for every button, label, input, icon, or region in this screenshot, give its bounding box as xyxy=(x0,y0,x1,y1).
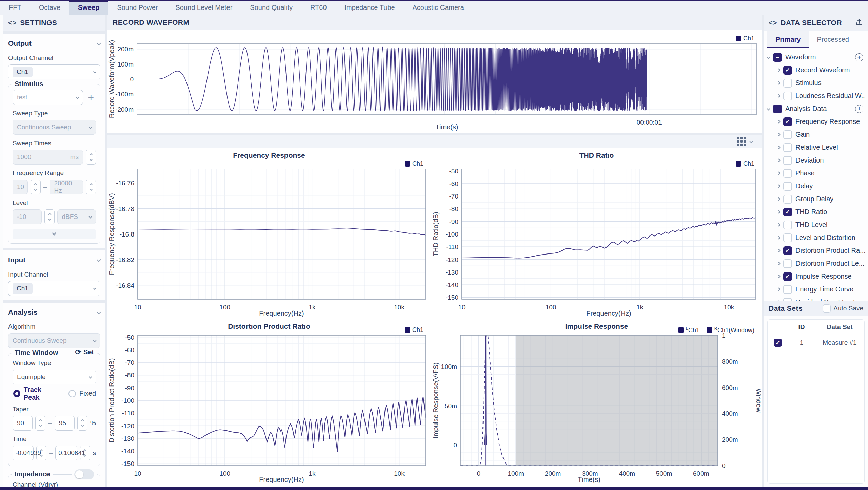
distortion-product-ratio-chart[interactable]: -50-60-70-80-90-100-110-120-130-140-1501… xyxy=(107,319,431,487)
level-unit-select[interactable]: dBFS xyxy=(57,209,96,224)
freq-min-stepper[interactable] xyxy=(31,180,41,194)
auto-save-checkbox[interactable] xyxy=(823,304,831,313)
tree-item-energy-time-curve[interactable]: Energy Time Curve xyxy=(767,283,865,296)
thd-ratio-chart[interactable]: -50-60-70-80-90-100-110-120-130-140-1501… xyxy=(431,148,762,319)
window-type-select[interactable]: Equiripple xyxy=(13,370,96,384)
item-checkbox[interactable] xyxy=(783,259,792,268)
level-stepper[interactable] xyxy=(44,209,55,224)
tree-item-distortion-product-le-[interactable]: Distortion Product Le... xyxy=(767,257,865,270)
track-peak-radio[interactable]: Track Peak xyxy=(13,386,55,401)
item-checkbox[interactable] xyxy=(783,169,792,178)
item-checkbox[interactable] xyxy=(783,195,792,204)
level-input[interactable]: -10 xyxy=(13,209,42,224)
tree-item-thd-level[interactable]: THD Level xyxy=(767,219,865,231)
tab-acoustic-camera[interactable]: Acoustic Camera xyxy=(404,1,473,15)
tree-item-deviation[interactable]: Deviation xyxy=(767,154,865,167)
tab-sound-level-meter[interactable]: Sound Level Meter xyxy=(166,1,241,15)
sweep-type-select[interactable]: Continuous Sweep xyxy=(13,120,96,135)
tab-sound-quality[interactable]: Sound Quality xyxy=(241,1,301,15)
item-checkbox[interactable] xyxy=(783,182,792,191)
add-stimulus-button[interactable]: + xyxy=(86,92,96,102)
time-max-input[interactable]: 0.100641 xyxy=(55,446,77,460)
item-checkbox[interactable] xyxy=(783,92,792,100)
tree-item-stimulus[interactable]: Stimulus xyxy=(767,77,865,90)
time-window-set-button[interactable]: ⟳ Set xyxy=(75,348,94,357)
auto-save-control[interactable]: Auto Save xyxy=(823,304,863,313)
sweep-times-stepper[interactable] xyxy=(86,150,96,165)
tree-item-record-waveform[interactable]: ✓Record Waveform xyxy=(767,64,865,77)
data-selector-tab-processed[interactable]: Processed xyxy=(809,31,857,48)
export-icon[interactable] xyxy=(855,18,863,27)
tree-item-loudness-residual-w-[interactable]: Loudness Residual W... xyxy=(767,90,865,102)
input-section-header[interactable]: Input xyxy=(8,252,100,267)
item-checkbox[interactable] xyxy=(783,298,792,301)
item-checkbox[interactable]: ✓ xyxy=(783,272,792,281)
data-selector-tab-primary[interactable]: Primary xyxy=(767,31,809,48)
tab-sound-power[interactable]: Sound Power xyxy=(108,1,166,15)
mode-tab-bar: FFTOctaveSweepSound PowerSound Level Met… xyxy=(0,1,868,15)
tab-sweep[interactable]: Sweep xyxy=(69,1,108,15)
item-checkbox[interactable] xyxy=(783,233,792,242)
chevron-right-icon xyxy=(777,146,781,149)
item-checkbox[interactable] xyxy=(783,130,792,139)
tree-item-thd-ratio[interactable]: ✓THD Ratio xyxy=(767,206,865,219)
tree-item-phase[interactable]: Phase xyxy=(767,167,865,180)
fixed-radio[interactable]: Fixed xyxy=(68,390,96,397)
tree-group-analysis-data[interactable]: –Analysis Data+ xyxy=(767,102,865,115)
data-set-row[interactable]: ✓1Measure #1 xyxy=(768,335,864,351)
tree-item-group-delay[interactable]: Group Delay xyxy=(767,193,865,206)
tab-octave[interactable]: Octave xyxy=(30,1,69,15)
sweep-times-input[interactable]: 1000 ms xyxy=(13,150,83,165)
legend-label: Ch1 xyxy=(412,326,423,334)
tree-item-relative-level[interactable]: Relative Level xyxy=(767,141,865,154)
tree-item-level-and-distortion[interactable]: Level and Distortion xyxy=(767,231,865,244)
impedance-toggle[interactable] xyxy=(74,469,94,479)
freq-max-stepper[interactable] xyxy=(86,180,96,194)
tree-item-gain[interactable]: Gain xyxy=(767,128,865,141)
output-section-header[interactable]: Output xyxy=(8,36,100,51)
item-checkbox[interactable] xyxy=(783,221,792,229)
item-checkbox[interactable]: ✓ xyxy=(783,208,792,216)
add-circle-icon[interactable]: + xyxy=(855,105,863,113)
taper-max-input[interactable]: 95 xyxy=(55,416,75,431)
taper-min-input[interactable]: 90 xyxy=(13,416,33,431)
input-channel-select[interactable]: Ch1 xyxy=(8,281,100,296)
add-circle-icon[interactable]: + xyxy=(855,53,863,61)
tree-item-impulse-response[interactable]: ✓Impulse Response xyxy=(767,270,865,283)
group-checkbox[interactable]: – xyxy=(773,105,782,113)
algorithm-select[interactable]: Continuous Sweep xyxy=(8,333,100,348)
collapse-panel-icon[interactable]: <> xyxy=(769,19,777,27)
item-checkbox[interactable] xyxy=(783,285,792,294)
taper-min-stepper[interactable] xyxy=(35,416,45,431)
tree-item-residual-crest-factor[interactable]: Residual Crest Factor xyxy=(767,296,865,301)
tree-item-frequency-response[interactable]: ✓Frequency Response xyxy=(767,115,865,128)
taper-max-stepper[interactable] xyxy=(77,416,87,431)
tab-impedance-tube[interactable]: Impedance Tube xyxy=(336,1,404,15)
time-min-input[interactable]: -0.04939 xyxy=(13,446,34,460)
item-checkbox[interactable] xyxy=(783,156,792,165)
output-channel-select[interactable]: Ch1 xyxy=(8,64,100,79)
expand-more-button[interactable] xyxy=(13,229,96,239)
frequency-response-chart[interactable]: -16.76-16.78-16.8-16.82-16.84101001k10kF… xyxy=(107,148,431,319)
item-checkbox[interactable] xyxy=(783,143,792,152)
tab-fft[interactable]: FFT xyxy=(0,1,30,15)
tree-group-waveform[interactable]: –Waveform+ xyxy=(767,51,865,64)
chevron-down-icon[interactable] xyxy=(750,140,753,143)
record-waveform-chart[interactable]: 200m100m0-100m-200m00:00:01Time(s)Record… xyxy=(107,30,762,133)
freq-min-input[interactable]: 10 xyxy=(13,180,28,194)
impulse-response-chart[interactable]: 100m50m01800m600m400m200m00100m200m300m4… xyxy=(431,319,762,487)
item-checkbox[interactable] xyxy=(783,79,792,88)
layout-grid-icon[interactable] xyxy=(737,137,746,146)
tree-item-delay[interactable]: Delay xyxy=(767,180,865,193)
group-checkbox[interactable]: – xyxy=(773,53,782,62)
data-set-checkbox[interactable]: ✓ xyxy=(774,339,782,347)
item-checkbox[interactable]: ✓ xyxy=(783,246,792,255)
tab-rt60[interactable]: RT60 xyxy=(301,1,336,15)
freq-max-input[interactable]: 20000 Hz xyxy=(50,180,83,194)
item-checkbox[interactable]: ✓ xyxy=(783,66,792,75)
tree-item-distortion-product-ra-[interactable]: ✓Distortion Product Ra... xyxy=(767,244,865,257)
item-checkbox[interactable]: ✓ xyxy=(783,117,792,126)
stimulus-preset-select[interactable]: test xyxy=(13,90,83,105)
collapse-panel-icon[interactable]: <> xyxy=(8,19,17,27)
analysis-section-header[interactable]: Analysis xyxy=(8,305,100,320)
